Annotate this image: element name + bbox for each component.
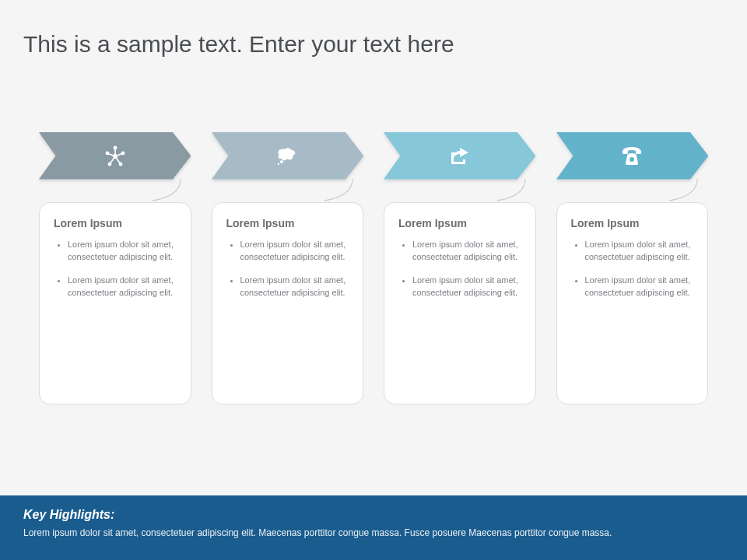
slide-title: This is a sample text. Enter your text h…	[23, 31, 454, 58]
step-1-bullets: Lorem ipsum dolor sit amet, consectetuer…	[54, 239, 180, 299]
step-1-arrow	[39, 132, 191, 180]
list-item: Lorem ipsum dolor sit amet, consectetuer…	[68, 239, 180, 264]
step-3-title: Lorem Ipsum	[398, 217, 524, 229]
footer-title: Key Highlights:	[23, 508, 724, 522]
list-item: Lorem ipsum dolor sit amet, consectetuer…	[585, 275, 697, 299]
svg-point-12	[278, 163, 279, 165]
step-2-title: Lorem Ipsum	[226, 217, 352, 229]
connector-2	[212, 180, 364, 202]
connector-3	[384, 180, 536, 202]
step-3-arrow	[384, 132, 536, 180]
svg-line-8	[115, 156, 121, 164]
list-item: Lorem ipsum dolor sit amet, consectetuer…	[68, 275, 180, 299]
connector-1	[39, 180, 191, 202]
step-2-bullets: Lorem ipsum dolor sit amet, consectetuer…	[226, 239, 352, 299]
connector-4	[556, 180, 709, 202]
step-1: Lorem Ipsum Lorem ipsum dolor sit amet, …	[39, 132, 191, 404]
step-3-bullets: Lorem ipsum dolor sit amet, consectetuer…	[398, 239, 524, 299]
steps-row: Lorem Ipsum Lorem ipsum dolor sit amet, …	[39, 132, 708, 404]
footer-bar: Key Highlights: Lorem ipsum dolor sit am…	[0, 495, 747, 560]
svg-line-9	[110, 156, 115, 164]
phone-icon	[620, 146, 644, 166]
list-item: Lorem ipsum dolor sit amet, consectetuer…	[412, 239, 524, 264]
step-1-title: Lorem Ipsum	[54, 217, 180, 229]
step-2: Lorem Ipsum Lorem ipsum dolor sit amet, …	[212, 132, 364, 404]
network-icon	[103, 145, 127, 168]
step-4-bullets: Lorem ipsum dolor sit amet, consectetuer…	[571, 239, 697, 299]
step-4-card: Lorem Ipsum Lorem ipsum dolor sit amet, …	[556, 202, 709, 404]
step-2-arrow	[212, 132, 364, 180]
step-2-card: Lorem Ipsum Lorem ipsum dolor sit amet, …	[212, 202, 364, 404]
svg-point-13	[630, 157, 634, 162]
step-4-arrow	[556, 132, 709, 180]
step-3: Lorem Ipsum Lorem ipsum dolor sit amet, …	[384, 132, 536, 404]
list-item: Lorem ipsum dolor sit amet, consectetuer…	[412, 275, 524, 299]
step-3-card: Lorem Ipsum Lorem ipsum dolor sit amet, …	[384, 202, 536, 404]
footer-body: Lorem ipsum dolor sit amet, consectetuer…	[23, 527, 724, 540]
list-item: Lorem ipsum dolor sit amet, consectetuer…	[240, 239, 352, 264]
step-4: Lorem Ipsum Lorem ipsum dolor sit amet, …	[556, 132, 709, 404]
thought-icon	[275, 147, 299, 166]
list-item: Lorem ipsum dolor sit amet, consectetuer…	[240, 275, 352, 299]
svg-point-11	[280, 160, 283, 163]
list-item: Lorem ipsum dolor sit amet, consectetuer…	[585, 239, 697, 264]
step-4-title: Lorem Ipsum	[571, 217, 697, 229]
step-1-card: Lorem Ipsum Lorem ipsum dolor sit amet, …	[39, 202, 191, 404]
share-icon	[448, 145, 472, 167]
